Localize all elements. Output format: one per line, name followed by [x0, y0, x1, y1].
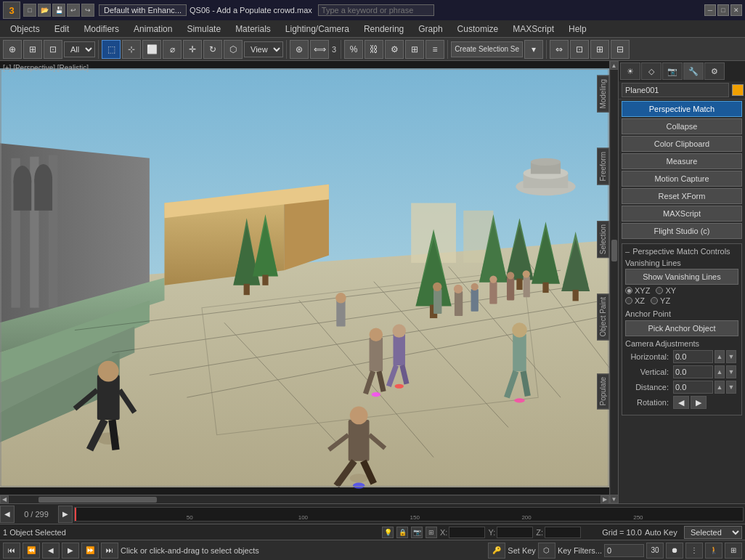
maximize-button[interactable]: □ [717, 4, 729, 16]
horizontal-input[interactable] [673, 350, 713, 363]
panel-tab-shapes[interactable]: ◇ [641, 62, 661, 80]
panel-tab-camera[interactable]: 📷 [662, 62, 683, 80]
scroll-down-button[interactable]: ▼ [610, 495, 619, 503]
view-dropdown[interactable]: View [244, 41, 283, 57]
timeline-expand-btn[interactable]: ▶ [58, 506, 73, 523]
more-options[interactable]: ⋮ [685, 543, 703, 559]
menu-simulate[interactable]: Simulate [179, 23, 228, 36]
camera-status-icon[interactable]: 📷 [411, 527, 423, 538]
percent-btn[interactable]: % [344, 40, 363, 59]
new-button[interactable]: □ [23, 4, 36, 17]
unlink-btn[interactable]: ⚙ [385, 40, 404, 59]
preset-dropdown[interactable]: Default with Enhanc... [99, 4, 187, 16]
select-tool[interactable]: ⊕ [3, 40, 22, 59]
next-frame-button[interactable]: ⏩ [81, 543, 99, 559]
region-select-btn[interactable]: ⬜ [142, 40, 161, 59]
horizontal-scrollbar[interactable]: ◀ ▶ [0, 495, 609, 503]
select-region-tool[interactable]: ⊞ [23, 40, 42, 59]
rotate-btn[interactable]: ↻ [203, 40, 222, 59]
scroll-thumb[interactable] [38, 497, 157, 503]
viewport-container[interactable]: [+] [Perspective] [Realistic] [0, 61, 609, 503]
scale-btn[interactable]: ⬡ [224, 40, 243, 59]
link-btn[interactable]: ⛓ [365, 40, 383, 59]
utility-motion-capture[interactable]: Motion Capture [622, 171, 742, 187]
utility-collapse[interactable]: Collapse [622, 118, 742, 134]
mirror-btn[interactable]: ⟺ [310, 40, 329, 59]
pivot-btn[interactable]: ⊛ [290, 40, 309, 59]
vertical-input[interactable] [673, 365, 713, 378]
menu-maxscript[interactable]: MAXScript [505, 23, 561, 36]
rotation-right-button[interactable]: ▶ [691, 396, 707, 409]
vertical-scrollbar[interactable]: ▲ ▼ [609, 61, 618, 503]
undo-button[interactable]: ↩ [67, 4, 80, 17]
panel-tab-settings[interactable]: ⚙ [704, 62, 725, 80]
redo-button[interactable]: ↪ [81, 4, 94, 17]
scroll-track[interactable] [9, 496, 601, 503]
viewport[interactable]: [+] [Perspective] [Realistic] [0, 61, 609, 495]
play-button[interactable]: ⏮ [3, 543, 20, 559]
align-btn[interactable]: ≡ [426, 40, 444, 59]
menu-lighting[interactable]: Lighting/Camera [278, 23, 357, 36]
object-color-swatch[interactable] [732, 84, 744, 96]
select-object-btn[interactable]: ⬚ [102, 40, 121, 59]
distance-input[interactable] [673, 381, 713, 394]
vertical-spin-down[interactable]: ▼ [726, 365, 736, 378]
filter-dropdown[interactable]: All [64, 41, 95, 57]
radio-xz[interactable]: XZ [625, 296, 645, 305]
radio-xyz[interactable]: XYZ [625, 286, 650, 295]
timeline-collapse-btn[interactable]: ◀ [0, 506, 15, 523]
horizontal-spin-up[interactable]: ▲ [715, 350, 725, 363]
radio-xy[interactable]: XY [656, 286, 676, 295]
move-btn[interactable]: ✛ [183, 40, 202, 59]
record-button[interactable]: ⏺ [666, 543, 683, 559]
key-icon[interactable]: 🔑 [488, 543, 505, 559]
end-button[interactable]: ⏭ [101, 543, 118, 559]
distance-spin-down[interactable]: ▼ [726, 381, 736, 394]
layer-status-icon[interactable]: ⊞ [426, 527, 437, 538]
menu-rendering[interactable]: Rendering [357, 23, 411, 36]
set-key-button[interactable]: ⬡ [538, 543, 555, 559]
timeline-track[interactable]: 50 100 150 200 250 [74, 507, 744, 522]
utility-measure[interactable]: Measure [622, 153, 742, 169]
filter-tool[interactable]: ⊡ [44, 40, 62, 59]
scroll-up-button[interactable]: ▲ [610, 61, 619, 70]
menu-edit[interactable]: Edit [47, 23, 77, 36]
menu-animation[interactable]: Animation [126, 23, 179, 36]
lasso-select-btn[interactable]: ⌀ [163, 40, 182, 59]
save-button[interactable]: 💾 [52, 4, 65, 17]
search-input[interactable] [318, 4, 434, 16]
menu-modifiers[interactable]: Modifiers [76, 23, 126, 36]
scroll-track-vertical[interactable] [611, 70, 618, 495]
x-input[interactable] [449, 527, 485, 538]
rotation-left-button[interactable]: ◀ [673, 396, 689, 409]
bind-space-btn[interactable]: ⊞ [405, 40, 424, 59]
side-tab-object-paint[interactable]: Object Paint [597, 293, 609, 340]
persp-section-header[interactable]: – Perspective Match Controls [625, 247, 738, 256]
scroll-thumb-vertical[interactable] [611, 240, 617, 261]
side-tab-populate[interactable]: Populate [597, 373, 609, 409]
viewport-controls[interactable]: ⊞ [725, 543, 742, 559]
prev-frame-button[interactable]: ⏪ [23, 543, 40, 559]
camera-btn[interactable]: ⊞ [590, 40, 609, 59]
side-tab-freeform[interactable]: Freeform [597, 148, 609, 185]
mirror2-btn[interactable]: ⇔ [550, 40, 569, 59]
fps-button[interactable]: 30 [646, 543, 664, 559]
select-move-btn[interactable]: ⊹ [122, 40, 141, 59]
frame-input[interactable] [604, 544, 644, 557]
scroll-right-button[interactable]: ▶ [601, 495, 609, 504]
menu-help[interactable]: Help [561, 23, 594, 36]
distance-spin-up[interactable]: ▲ [715, 381, 725, 394]
light-icon[interactable]: 💡 [382, 527, 394, 538]
autokey-dropdown[interactable]: Selected [684, 526, 742, 539]
utility-perspective-match[interactable]: Perspective Match [622, 101, 742, 117]
utility-flight-studio[interactable]: Flight Studio (c) [622, 223, 742, 239]
walk-mode[interactable]: 🚶 [705, 543, 722, 559]
utility-reset-xform[interactable]: Reset XForm [622, 188, 742, 204]
pick-anchor-button[interactable]: Pick Anchor Object [625, 320, 738, 336]
object-name-input[interactable] [622, 83, 729, 97]
show-vanishing-lines-btn[interactable]: Show Vanishing Lines [625, 269, 738, 285]
panel-tab-utility[interactable]: 🔧 [683, 62, 704, 80]
scroll-left-button[interactable]: ◀ [0, 495, 9, 504]
utility-color-clipboard[interactable]: Color Clipboard [622, 136, 742, 152]
utility-maxscript[interactable]: MAXScript [622, 206, 742, 222]
